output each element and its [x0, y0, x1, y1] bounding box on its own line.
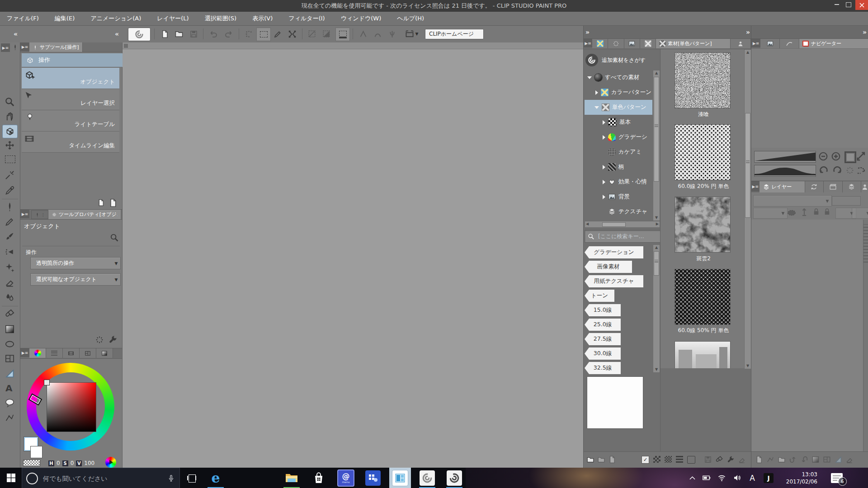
menu-view[interactable]: 表示(V)	[245, 12, 279, 25]
taskbar-explorer[interactable]	[281, 468, 302, 488]
rotate-cw-button[interactable]	[832, 165, 843, 178]
layer-list[interactable]	[751, 220, 863, 451]
tag-300-lines[interactable]: 30.0線	[585, 347, 621, 360]
expand-arrow-icon[interactable]	[603, 165, 605, 169]
tool-selection-marquee[interactable]	[5, 155, 15, 163]
save-button[interactable]	[187, 28, 200, 40]
rotate-ccw-button[interactable]	[818, 165, 829, 178]
selection-launcher-button[interactable]	[335, 28, 350, 41]
tag-275-lines[interactable]: 27.5線	[585, 333, 621, 345]
taskbar-layout-app-active[interactable]	[389, 468, 411, 488]
tag-325-lines[interactable]: 32.5線	[585, 362, 621, 374]
collapse-arrow-icon[interactable]	[594, 106, 599, 109]
new-vector-layer-button[interactable]	[766, 455, 774, 464]
taskbar-clip-studio[interactable]	[416, 468, 438, 488]
material-item-tone50[interactable]	[675, 269, 731, 325]
tag-tone[interactable]: トーン	[585, 290, 614, 302]
tool-property-toggle[interactable]: ⋮	[31, 210, 48, 219]
tree-scrollbar[interactable]: ▲ ▼	[653, 70, 660, 221]
tree-h-scrollbar[interactable]: ◀ ▶	[585, 221, 660, 228]
scroll-down-icon[interactable]: ▼	[653, 367, 660, 372]
subtool-panel-menu-button[interactable]: ▶≡	[20, 42, 29, 51]
material-search-input[interactable]	[597, 233, 662, 240]
advanced-settings-button[interactable]	[108, 335, 118, 344]
tree-item-all-materials[interactable]: すべての素材	[585, 70, 652, 85]
tray-clock[interactable]: 13:03 2017/02/06	[778, 468, 817, 488]
material-item-photo[interactable]	[675, 341, 731, 368]
reselect-button[interactable]	[256, 28, 271, 41]
scroll-up-icon[interactable]: ▲	[653, 70, 660, 76]
collapse-left-dock-icon[interactable]: «	[14, 30, 17, 38]
delete-material-button[interactable]	[738, 455, 746, 464]
expand-arrow-icon[interactable]	[603, 195, 605, 199]
lock-layer-button[interactable]	[812, 207, 821, 216]
tree-h-scrollbar-thumb[interactable]	[602, 222, 626, 227]
expand-arrow-icon[interactable]	[595, 90, 598, 95]
thumbnail-scrollbar[interactable]: ▲ ▼	[744, 49, 751, 369]
brush-detail-button[interactable]	[95, 335, 104, 344]
new-file-button[interactable]	[158, 28, 171, 40]
tab-quick-access[interactable]	[760, 39, 780, 48]
detail-view-button[interactable]	[687, 456, 695, 464]
expand-right-dock-icon[interactable]: »	[585, 28, 589, 36]
clip-homepage-link[interactable]: CLIPホームページ	[425, 29, 484, 39]
layer-mask-button[interactable]	[811, 455, 820, 464]
open-file-button[interactable]	[172, 28, 186, 40]
tool-fill[interactable]	[5, 309, 15, 319]
tool-correct-line[interactable]	[5, 413, 15, 423]
snap-special-ruler-button[interactable]	[371, 28, 384, 40]
tab-color-slider[interactable]	[46, 348, 63, 358]
tag-scrollbar[interactable]: ▲ ▼	[653, 244, 660, 373]
apply-mask-button[interactable]	[823, 455, 831, 464]
tray-ime-mode[interactable]: A	[746, 468, 759, 488]
tray-battery[interactable]	[699, 468, 713, 488]
transparent-area-dropdown[interactable]: 透明箇所の操作 ▼	[30, 257, 121, 269]
tool-text[interactable]: A	[5, 383, 12, 393]
tab-material-background[interactable]	[624, 39, 640, 48]
tool-frame-border[interactable]	[5, 353, 15, 364]
subtool-group-header[interactable]: 操作	[22, 53, 124, 67]
new-layer-button[interactable]	[755, 455, 763, 464]
blend-mode-dropdown[interactable]: ▼	[753, 195, 832, 206]
thumbnail-scrollbar-thumb[interactable]	[745, 113, 750, 218]
scroll-down-icon[interactable]: ▼	[745, 363, 751, 369]
material-item-tone20[interactable]	[675, 124, 731, 180]
ruler-layer-button[interactable]	[834, 455, 842, 464]
export-material-button[interactable]	[726, 455, 735, 464]
tool-pen[interactable]	[5, 202, 15, 212]
sv-square[interactable]	[47, 382, 96, 432]
start-button[interactable]	[0, 468, 22, 488]
taskbar-clip-paint[interactable]	[443, 468, 465, 488]
property-loupe-button[interactable]	[110, 233, 119, 242]
menu-help[interactable]: ヘルプ(H)	[390, 12, 431, 25]
tool-balloon[interactable]	[5, 398, 15, 408]
cortana-search-input[interactable]	[42, 474, 163, 483]
canvas-area[interactable]	[123, 42, 583, 468]
taskbar-tiles-app[interactable]	[362, 468, 384, 488]
tab-layer-property[interactable]	[861, 181, 868, 192]
tab-material-mono-pattern[interactable]: 素材[単色パターン]	[656, 39, 731, 48]
close-button[interactable]	[855, 0, 868, 10]
tray-chevron[interactable]	[686, 468, 698, 488]
color-panel-menu-button[interactable]: ▶≡	[20, 348, 29, 357]
tool-airbrush[interactable]	[5, 247, 15, 257]
menu-selection[interactable]: 選択範囲(S)	[198, 12, 243, 25]
lock-transparent-button[interactable]	[823, 207, 831, 216]
material-panel-menu-button[interactable]: ▶≡	[584, 39, 592, 47]
tool-eyedropper[interactable]	[5, 185, 15, 196]
sv-marker[interactable]	[44, 380, 50, 385]
ruler-icon-button[interactable]	[799, 207, 809, 219]
scroll-down-icon[interactable]: ▼	[653, 215, 660, 221]
tag-250-lines[interactable]: 25.0線	[585, 319, 621, 331]
reset-rotation-button[interactable]	[845, 166, 854, 175]
tab-intermediate-color[interactable]	[96, 348, 113, 358]
action-center-button[interactable]: 6	[826, 468, 848, 488]
delete-layer-button[interactable]	[845, 455, 854, 464]
tree-item-pattern[interactable]: 柄	[585, 160, 652, 174]
navigator-menu-button[interactable]: ▶≡	[751, 39, 760, 47]
collapse-subtool-icon[interactable]: «	[115, 30, 118, 38]
tool-ruler[interactable]	[5, 368, 15, 379]
thumbnail-size-large-button[interactable]	[653, 456, 660, 463]
tab-cel[interactable]	[805, 181, 824, 192]
tool-property-menu-button[interactable]: ▶≡	[20, 210, 29, 218]
